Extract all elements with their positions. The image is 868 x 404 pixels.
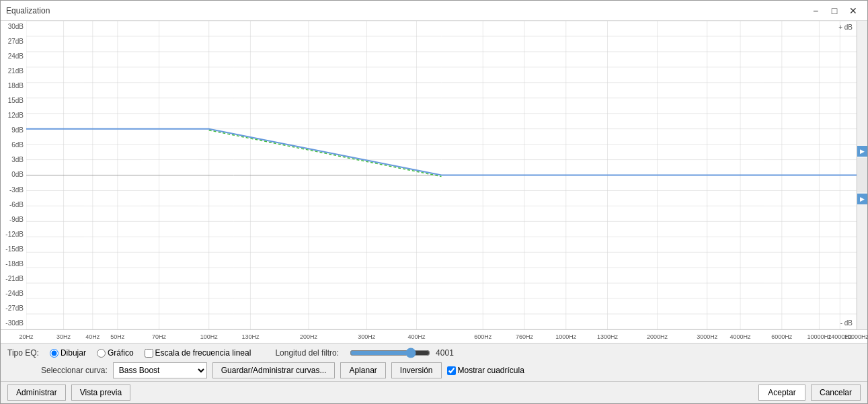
controls-row1: Tipo EQ: Dibujar Gráfico Escala de frecu… <box>7 348 861 358</box>
scrollbar-right[interactable]: + dB ▶ ▶ - dB <box>857 21 867 329</box>
escala-text: Escala de frecuencia lineal <box>155 348 251 358</box>
scroll-arrow-bottom[interactable]: ▶ <box>857 194 868 204</box>
footer-left: Administrar Vista previa <box>7 385 130 401</box>
x-label: 30Hz <box>56 333 71 340</box>
x-label: 130Hz <box>241 333 259 340</box>
y-label: 18dB <box>1 83 24 89</box>
y-label: -6dB <box>1 202 24 208</box>
y-label: -18dB <box>1 261 24 268</box>
seleccionar-label: Seleccionar curva: <box>41 366 108 375</box>
y-label: -3dB <box>1 187 24 194</box>
x-label: 3000Hz <box>697 333 717 340</box>
radio-dibujar-label[interactable]: Dibujar <box>50 348 86 358</box>
radio-grafico-label[interactable]: Gráfico <box>97 348 134 358</box>
grafico-text: Gráfico <box>108 348 134 358</box>
x-label: 760Hz <box>516 333 533 340</box>
y-label: 0dB <box>1 171 24 178</box>
slider-container: 4001 <box>350 348 459 358</box>
title-bar-left: Equalization <box>6 6 50 15</box>
db-top-label: + dB <box>838 24 853 31</box>
y-label: 3dB <box>1 157 24 163</box>
x-label: 20000Hz <box>844 333 868 340</box>
window-title: Equalization <box>6 6 50 15</box>
radio-grafico[interactable] <box>97 349 106 358</box>
scroll-track[interactable] <box>857 158 867 193</box>
maximize-button[interactable]: □ <box>826 4 843 17</box>
longitud-label: Longitud del filtro: <box>275 348 339 358</box>
y-label: -21dB <box>1 276 24 282</box>
longitud-value: 4001 <box>436 348 459 358</box>
y-label: 15dB <box>1 97 24 104</box>
y-label: -9dB <box>1 216 24 223</box>
y-label: 27dB <box>1 38 24 45</box>
y-label: 21dB <box>1 68 24 75</box>
x-label: 70Hz <box>152 333 166 340</box>
x-label: 200Hz <box>300 333 317 340</box>
y-label: 30dB <box>1 24 24 30</box>
chart-area: 30dB27dB24dB21dB18dB15dB12dB9dB6dB3dB0dB… <box>1 21 867 329</box>
vista-previa-button[interactable]: Vista previa <box>71 385 130 401</box>
x-label: 50Hz <box>110 333 124 340</box>
x-label: 6000Hz <box>771 333 792 340</box>
tipo-eq-label: Tipo EQ: <box>7 348 39 358</box>
close-button[interactable]: ✕ <box>844 4 862 17</box>
aceptar-button[interactable]: Aceptar <box>758 385 805 401</box>
footer-right: Aceptar Cancelar <box>758 385 861 401</box>
x-label: 4000Hz <box>730 333 751 340</box>
escala-lineal-checkbox[interactable] <box>145 349 153 358</box>
chart-container[interactable] <box>26 21 857 329</box>
y-axis-labels: 30dB27dB24dB21dB18dB15dB12dB9dB6dB3dB0dB… <box>1 21 26 329</box>
x-axis-row: 20Hz30Hz40Hz50Hz70Hz100Hz130Hz200Hz300Hz… <box>1 329 867 343</box>
db-bottom-label: - dB <box>840 319 853 327</box>
x-label: 400Hz <box>407 333 425 340</box>
y-label: -12dB <box>1 231 24 238</box>
x-axis-labels: 20Hz30Hz40Hz50Hz70Hz100Hz130Hz200Hz300Hz… <box>26 330 857 343</box>
radio-dibujar[interactable] <box>50 349 58 358</box>
curve-select[interactable]: Bass Boost Treble Boost V-Shape Flat Cus… <box>113 362 207 378</box>
title-bar-controls: − □ ✕ <box>807 4 862 17</box>
y-label: 6dB <box>1 142 24 149</box>
aplanar-button[interactable]: Aplanar <box>340 362 385 378</box>
x-label: 1000Hz <box>555 333 576 340</box>
x-label: 20Hz <box>19 333 33 340</box>
minimize-button[interactable]: − <box>807 4 824 17</box>
y-label: 9dB <box>1 127 24 134</box>
x-label: 100Hz <box>200 333 218 340</box>
y-label: -27dB <box>1 305 24 312</box>
longitud-slider[interactable] <box>350 348 430 358</box>
x-label: 2000Hz <box>647 333 668 340</box>
x-label: 600Hz <box>474 333 491 340</box>
mostrar-cuadricula-checkbox[interactable] <box>447 366 456 375</box>
y-label: -30dB <box>1 320 24 327</box>
administrar-button[interactable]: Administrar <box>7 385 66 401</box>
y-label: 12dB <box>1 112 24 119</box>
escala-lineal-label[interactable]: Escala de frecuencia lineal <box>145 348 251 358</box>
cancelar-button[interactable]: Cancelar <box>811 385 861 401</box>
dibujar-text: Dibujar <box>61 348 86 358</box>
guardar-button[interactable]: Guardar/Administrar curvas... <box>212 362 336 378</box>
x-label: 40Hz <box>85 333 100 340</box>
scroll-arrow-top[interactable]: ▶ <box>857 146 868 157</box>
controls-row2: Seleccionar curva: Bass Boost Treble Boo… <box>7 362 861 378</box>
y-label: -15dB <box>1 246 24 253</box>
x-label: 1300Hz <box>597 333 618 340</box>
x-label: 300Hz <box>358 333 375 340</box>
title-bar: Equalization − □ ✕ <box>1 1 867 21</box>
inversion-button[interactable]: Inversión <box>391 362 442 378</box>
eq-canvas[interactable] <box>26 21 857 329</box>
mostrar-cuadricula-label[interactable]: Mostrar cuadrícula <box>447 366 524 375</box>
y-label: -24dB <box>1 290 24 297</box>
controls-area: Tipo EQ: Dibujar Gráfico Escala de frecu… <box>1 343 867 381</box>
y-label: 24dB <box>1 53 24 60</box>
mostrar-text: Mostrar cuadrícula <box>458 366 524 375</box>
footer-bar: Administrar Vista previa Aceptar Cancela… <box>1 381 867 403</box>
equalization-window: Equalization − □ ✕ 30dB27dB24dB21dB18dB1… <box>0 0 868 404</box>
